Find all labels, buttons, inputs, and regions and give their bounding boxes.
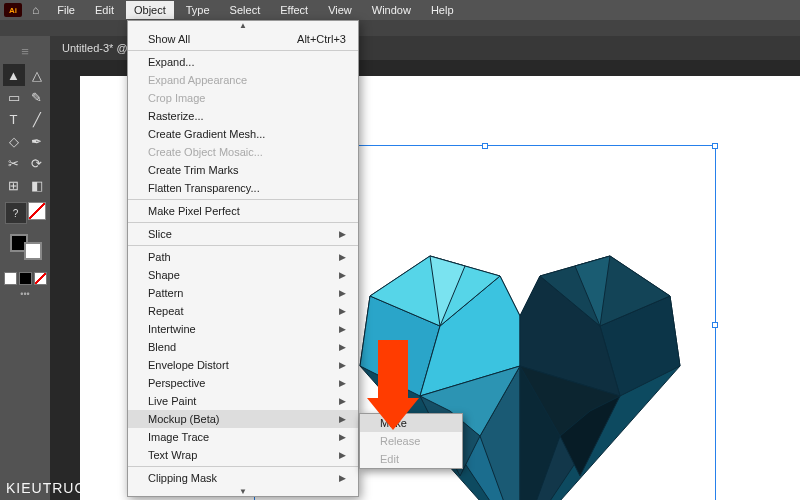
menu-item-image-trace[interactable]: Image Trace▶ xyxy=(128,428,358,446)
menu-item-create-object-mosaic-: Create Object Mosaic... xyxy=(128,143,358,161)
scissors-tool[interactable]: ✂ xyxy=(3,152,25,174)
annotation-arrow xyxy=(378,340,419,430)
none-tool[interactable] xyxy=(28,202,46,220)
menu-item-live-paint[interactable]: Live Paint▶ xyxy=(128,392,358,410)
home-icon[interactable]: ⌂ xyxy=(32,3,39,17)
scroll-down-icon[interactable]: ▼ xyxy=(128,487,358,496)
menu-item-text-wrap[interactable]: Text Wrap▶ xyxy=(128,446,358,464)
stroke-swatch[interactable] xyxy=(24,242,42,260)
toolbox-more-icon[interactable]: ••• xyxy=(20,289,29,299)
submenu-arrow-icon: ▶ xyxy=(339,342,346,352)
menu-select[interactable]: Select xyxy=(222,1,269,19)
menu-window[interactable]: Window xyxy=(364,1,419,19)
menu-item-perspective[interactable]: Perspective▶ xyxy=(128,374,358,392)
menu-separator xyxy=(128,245,358,246)
menu-help[interactable]: Help xyxy=(423,1,462,19)
submenu-arrow-icon: ▶ xyxy=(339,324,346,334)
menu-item-pattern[interactable]: Pattern▶ xyxy=(128,284,358,302)
swatch-white[interactable] xyxy=(4,272,17,285)
gradient-tool[interactable]: ◧ xyxy=(26,174,48,196)
menu-item-intertwine[interactable]: Intertwine▶ xyxy=(128,320,358,338)
submenu-arrow-icon: ▶ xyxy=(339,229,346,239)
rectangle-tool[interactable]: ▭ xyxy=(3,86,25,108)
selection-tool[interactable]: ▲ xyxy=(3,64,25,86)
menu-file[interactable]: File xyxy=(49,1,83,19)
submenu-arrow-icon: ▶ xyxy=(339,288,346,298)
submenu-item-release: Release xyxy=(360,432,462,450)
submenu-arrow-icon: ▶ xyxy=(339,252,346,262)
menu-item-mockup-beta-[interactable]: Mockup (Beta)▶ xyxy=(128,410,358,428)
unknown-tool[interactable]: ? xyxy=(5,202,27,224)
menu-item-envelope-distort[interactable]: Envelope Distort▶ xyxy=(128,356,358,374)
menu-edit[interactable]: Edit xyxy=(87,1,122,19)
menubar: Ai ⌂ File Edit Object Type Select Effect… xyxy=(0,0,800,20)
mesh-tool[interactable]: ⊞ xyxy=(3,174,25,196)
menu-type[interactable]: Type xyxy=(178,1,218,19)
menu-separator xyxy=(128,50,358,51)
submenu-arrow-icon: ▶ xyxy=(339,378,346,388)
menu-item-expand-[interactable]: Expand... xyxy=(128,53,358,71)
menu-item-crop-image: Crop Image xyxy=(128,89,358,107)
menu-separator xyxy=(128,222,358,223)
app-logo: Ai xyxy=(4,3,22,17)
menu-view[interactable]: View xyxy=(320,1,360,19)
type-tool[interactable]: T xyxy=(3,108,25,130)
menu-item-shape[interactable]: Shape▶ xyxy=(128,266,358,284)
menu-item-clipping-mask[interactable]: Clipping Mask▶ xyxy=(128,469,358,487)
menu-item-repeat[interactable]: Repeat▶ xyxy=(128,302,358,320)
color-swatches xyxy=(4,272,47,285)
brush-tool[interactable]: ✎ xyxy=(26,86,48,108)
scroll-up-icon[interactable]: ▲ xyxy=(128,21,358,30)
direct-selection-tool[interactable]: △ xyxy=(26,64,48,86)
line-tool[interactable]: ╱ xyxy=(26,108,48,130)
menu-item-show-all[interactable]: Show AllAlt+Ctrl+3 xyxy=(128,30,358,48)
rotate-tool[interactable]: ⟳ xyxy=(26,152,48,174)
menu-item-path[interactable]: Path▶ xyxy=(128,248,358,266)
submenu-arrow-icon: ▶ xyxy=(339,396,346,406)
menu-effect[interactable]: Effect xyxy=(272,1,316,19)
submenu-arrow-icon: ▶ xyxy=(339,270,346,280)
menu-separator xyxy=(128,199,358,200)
submenu-arrow-icon: ▶ xyxy=(339,432,346,442)
sel-handle-mr[interactable] xyxy=(712,322,718,328)
toolbox-drag-icon[interactable]: ≡ xyxy=(14,40,36,62)
submenu-item-edit: Edit xyxy=(360,450,462,468)
menu-item-blend[interactable]: Blend▶ xyxy=(128,338,358,356)
shape-tool[interactable]: ◇ xyxy=(3,130,25,152)
submenu-arrow-icon: ▶ xyxy=(339,414,346,424)
menu-item-flatten-transparency-[interactable]: Flatten Transparency... xyxy=(128,179,358,197)
menu-separator xyxy=(128,466,358,467)
menu-item-create-trim-marks[interactable]: Create Trim Marks xyxy=(128,161,358,179)
swatch-none[interactable] xyxy=(34,272,47,285)
submenu-arrow-icon: ▶ xyxy=(339,450,346,460)
menu-item-rasterize-[interactable]: Rasterize... xyxy=(128,107,358,125)
sel-handle-tc[interactable] xyxy=(482,143,488,149)
menu-item-expand-appearance: Expand Appearance xyxy=(128,71,358,89)
pen-tool[interactable]: ✒ xyxy=(26,130,48,152)
object-menu-dropdown: ▲ Show AllAlt+Ctrl+3Expand...Expand Appe… xyxy=(127,20,359,497)
sel-handle-tr[interactable] xyxy=(712,143,718,149)
submenu-arrow-icon: ▶ xyxy=(339,360,346,370)
menu-item-slice[interactable]: Slice▶ xyxy=(128,225,358,243)
toolbox: ≡ ▲△ ▭✎ T╱ ◇✒ ✂⟳ ⊞◧ ? ••• xyxy=(0,36,50,500)
submenu-arrow-icon: ▶ xyxy=(339,473,346,483)
menu-object[interactable]: Object xyxy=(126,1,174,19)
swatch-black[interactable] xyxy=(19,272,32,285)
menu-item-make-pixel-perfect[interactable]: Make Pixel Perfect xyxy=(128,202,358,220)
submenu-arrow-icon: ▶ xyxy=(339,306,346,316)
menu-item-create-gradient-mesh-[interactable]: Create Gradient Mesh... xyxy=(128,125,358,143)
control-bar xyxy=(0,20,800,36)
